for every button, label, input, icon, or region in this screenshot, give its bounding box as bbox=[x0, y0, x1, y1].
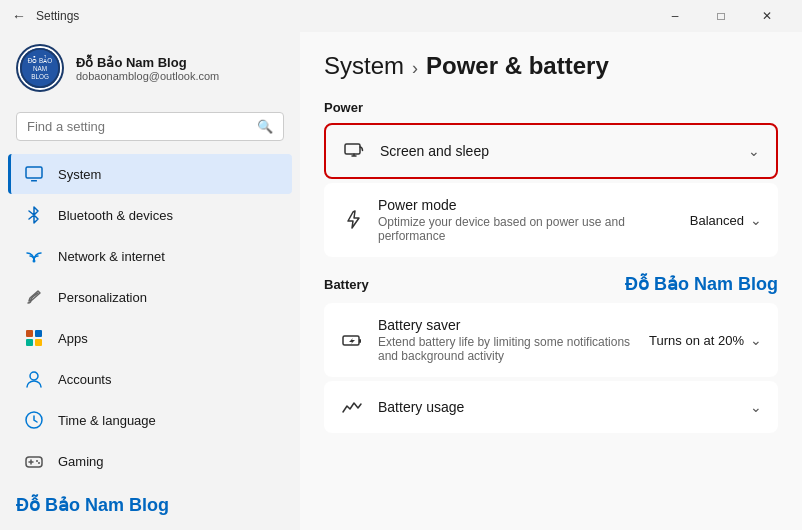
svg-rect-9 bbox=[35, 330, 42, 337]
battery-saver-value-row[interactable]: Turns on at 20% ⌄ bbox=[649, 332, 762, 348]
power-mode-value: Balanced bbox=[690, 213, 744, 228]
screen-sleep-icon bbox=[342, 139, 366, 163]
sidebar-item-network[interactable]: Network & internet bbox=[8, 236, 292, 276]
back-button[interactable]: ← bbox=[12, 8, 26, 24]
sidebar-item-label-accounts: Accounts bbox=[58, 372, 276, 387]
gaming-icon bbox=[24, 451, 44, 471]
titlebar: ← Settings – □ ✕ bbox=[0, 0, 802, 32]
battery-saver-card: Battery saver Extend battery life by lim… bbox=[324, 303, 778, 377]
battery-section-header: Battery Đỗ Bảo Nam Blog bbox=[324, 273, 778, 295]
svg-rect-5 bbox=[26, 167, 42, 178]
sidebar-item-label-personalization: Personalization bbox=[58, 290, 276, 305]
accounts-icon bbox=[24, 369, 44, 389]
screen-sleep-item[interactable]: Screen and sleep ⌄ bbox=[326, 125, 776, 177]
battery-saver-icon bbox=[340, 328, 364, 352]
screen-sleep-chevron: ⌄ bbox=[748, 143, 760, 159]
battery-section-label: Battery bbox=[324, 277, 369, 292]
svg-rect-8 bbox=[26, 330, 33, 337]
battery-saver-subtitle: Extend battery life by limiting some not… bbox=[378, 335, 635, 363]
sidebar-item-label-apps: Apps bbox=[58, 331, 276, 346]
sidebar-watermark: Đỗ Bảo Nam Blog bbox=[0, 486, 300, 524]
time-icon bbox=[24, 410, 44, 430]
power-mode-subtitle: Optimize your device based on power use … bbox=[378, 215, 676, 243]
content-area: System › Power & battery Power Screen an… bbox=[300, 32, 802, 530]
sidebar-item-accounts[interactable]: Accounts bbox=[8, 359, 292, 399]
battery-usage-item[interactable]: Battery usage ⌄ bbox=[324, 381, 778, 433]
svg-rect-10 bbox=[26, 339, 33, 346]
maximize-button[interactable]: □ bbox=[698, 0, 744, 32]
avatar-image: ĐỖ BẢO NAM BLOG bbox=[18, 46, 62, 90]
page-header: System › Power & battery bbox=[324, 52, 778, 80]
search-icon: 🔍 bbox=[257, 119, 273, 134]
sidebar-item-label-network: Network & internet bbox=[58, 249, 276, 264]
svg-point-18 bbox=[38, 462, 40, 464]
battery-saver-chevron: ⌄ bbox=[750, 332, 762, 348]
brush-icon bbox=[24, 287, 44, 307]
battery-saver-text: Battery saver Extend battery life by lim… bbox=[378, 317, 635, 363]
battery-saver-title: Battery saver bbox=[378, 317, 635, 333]
sidebar-item-label-time: Time & language bbox=[58, 413, 276, 428]
sidebar-item-label-system: System bbox=[58, 167, 276, 182]
battery-usage-icon bbox=[340, 395, 364, 419]
sidebar-item-personalization[interactable]: Personalization bbox=[8, 277, 292, 317]
window-controls: – □ ✕ bbox=[652, 0, 790, 32]
svg-rect-6 bbox=[31, 180, 37, 182]
power-mode-card: Power mode Optimize your device based on… bbox=[324, 183, 778, 257]
power-mode-item[interactable]: Power mode Optimize your device based on… bbox=[324, 183, 778, 257]
battery-saver-value: Turns on at 20% bbox=[649, 333, 744, 348]
main-layout: ĐỖ BẢO NAM BLOG Đỗ Bảo Nam Blog dobaonam… bbox=[0, 32, 802, 530]
user-name: Đỗ Bảo Nam Blog bbox=[76, 55, 219, 70]
network-icon bbox=[24, 246, 44, 266]
power-mode-icon bbox=[340, 208, 364, 232]
svg-text:NAM: NAM bbox=[33, 65, 47, 72]
svg-point-12 bbox=[30, 372, 38, 380]
power-mode-title: Power mode bbox=[378, 197, 676, 213]
battery-usage-card: Battery usage ⌄ bbox=[324, 381, 778, 433]
page-title: Power & battery bbox=[426, 52, 609, 80]
apps-icon bbox=[24, 328, 44, 348]
battery-saver-item[interactable]: Battery saver Extend battery life by lim… bbox=[324, 303, 778, 377]
sidebar-item-time[interactable]: Time & language bbox=[8, 400, 292, 440]
power-section-label: Power bbox=[324, 100, 778, 115]
app-title: Settings bbox=[36, 9, 652, 23]
sidebar-item-label-bluetooth: Bluetooth & devices bbox=[58, 208, 276, 223]
power-mode-text: Power mode Optimize your device based on… bbox=[378, 197, 676, 243]
avatar: ĐỖ BẢO NAM BLOG bbox=[16, 44, 64, 92]
svg-point-7 bbox=[33, 260, 36, 263]
screen-sleep-card: Screen and sleep ⌄ bbox=[324, 123, 778, 179]
search-input[interactable] bbox=[27, 119, 249, 134]
power-mode-chevron: ⌄ bbox=[750, 212, 762, 228]
system-icon bbox=[24, 164, 44, 184]
user-profile[interactable]: ĐỖ BẢO NAM BLOG Đỗ Bảo Nam Blog dobaonam… bbox=[0, 32, 300, 104]
sidebar-item-system[interactable]: System bbox=[8, 154, 292, 194]
sidebar-item-label-gaming: Gaming bbox=[58, 454, 276, 469]
breadcrumb-chevron: › bbox=[412, 58, 418, 79]
minimize-button[interactable]: – bbox=[652, 0, 698, 32]
user-email: dobaonamblog@outlook.com bbox=[76, 70, 219, 82]
power-mode-selector[interactable]: Balanced ⌄ bbox=[690, 212, 762, 228]
sidebar: ĐỖ BẢO NAM BLOG Đỗ Bảo Nam Blog dobaonam… bbox=[0, 32, 300, 530]
svg-text:ĐỖ BẢO: ĐỖ BẢO bbox=[28, 55, 53, 64]
sidebar-item-apps[interactable]: Apps bbox=[8, 318, 292, 358]
svg-text:BLOG: BLOG bbox=[31, 73, 49, 80]
svg-rect-11 bbox=[35, 339, 42, 346]
battery-watermark: Đỗ Bảo Nam Blog bbox=[625, 273, 778, 295]
user-info: Đỗ Bảo Nam Blog dobaonamblog@outlook.com bbox=[76, 55, 219, 82]
breadcrumb-parent: System bbox=[324, 52, 404, 80]
screen-sleep-label: Screen and sleep bbox=[380, 143, 734, 159]
search-box[interactable]: 🔍 bbox=[16, 112, 284, 141]
close-button[interactable]: ✕ bbox=[744, 0, 790, 32]
bluetooth-icon bbox=[24, 205, 44, 225]
nav-list: System Bluetooth & devices bbox=[0, 153, 300, 482]
svg-point-17 bbox=[36, 460, 38, 462]
battery-usage-title: Battery usage bbox=[378, 399, 736, 415]
sidebar-item-bluetooth[interactable]: Bluetooth & devices bbox=[8, 195, 292, 235]
sidebar-item-gaming[interactable]: Gaming bbox=[8, 441, 292, 481]
svg-rect-21 bbox=[359, 339, 361, 343]
svg-rect-19 bbox=[345, 144, 360, 154]
battery-usage-chevron: ⌄ bbox=[750, 399, 762, 415]
